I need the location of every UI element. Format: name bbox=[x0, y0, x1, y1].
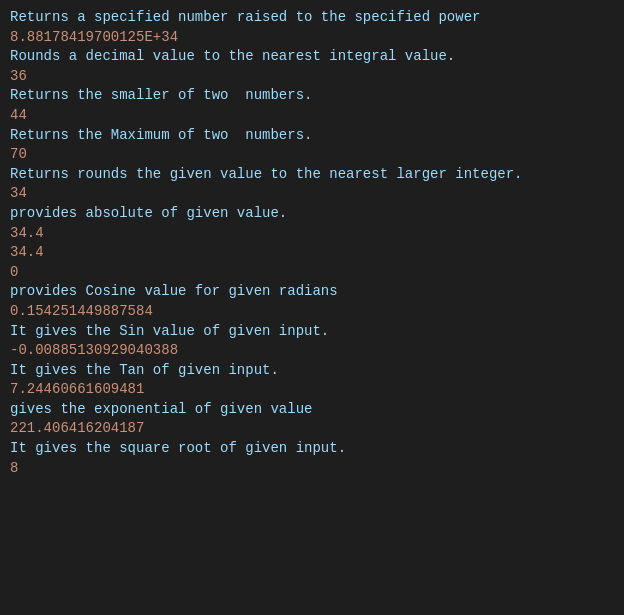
description-line: gives the exponential of given value bbox=[10, 400, 614, 420]
value-line: 8.88178419700125E+34 bbox=[10, 28, 614, 48]
value-line: 44 bbox=[10, 106, 614, 126]
value-line: 34 bbox=[10, 184, 614, 204]
value-line: 0.154251449887584 bbox=[10, 302, 614, 322]
value-line: 70 bbox=[10, 145, 614, 165]
description-line: Rounds a decimal value to the nearest in… bbox=[10, 47, 614, 67]
description-line: Returns the smaller of two numbers. bbox=[10, 86, 614, 106]
value-line: 34.4 bbox=[10, 224, 614, 244]
description-line: provides Cosine value for given radians bbox=[10, 282, 614, 302]
description-line: provides absolute of given value. bbox=[10, 204, 614, 224]
value-line: 7.24460661609481 bbox=[10, 380, 614, 400]
description-line: Returns rounds the given value to the ne… bbox=[10, 165, 614, 185]
value-line: -0.00885130929040388 bbox=[10, 341, 614, 361]
description-line: Returns the Maximum of two numbers. bbox=[10, 126, 614, 146]
description-line: It gives the Sin value of given input. bbox=[10, 322, 614, 342]
value-line: 8 bbox=[10, 459, 614, 479]
description-line: It gives the Tan of given input. bbox=[10, 361, 614, 381]
value-line: 36 bbox=[10, 67, 614, 87]
description-line: It gives the square root of given input. bbox=[10, 439, 614, 459]
value-line: 34.4 bbox=[10, 243, 614, 263]
output-container: Returns a specified number raised to the… bbox=[10, 8, 614, 478]
description-line: Returns a specified number raised to the… bbox=[10, 8, 614, 28]
value-line: 0 bbox=[10, 263, 614, 283]
value-line: 221.406416204187 bbox=[10, 419, 614, 439]
